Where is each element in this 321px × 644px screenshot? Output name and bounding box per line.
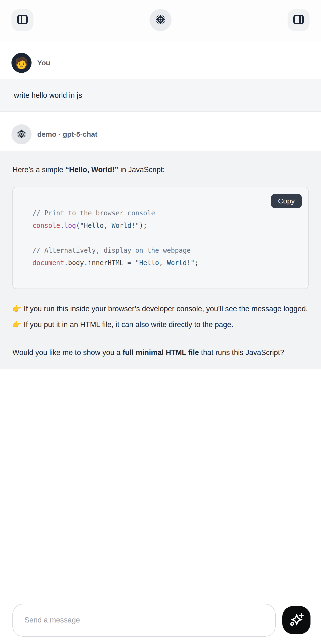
code-content: // Print to the browser console console.… bbox=[13, 187, 308, 288]
assistant-message-header: demo · gpt-5-chat bbox=[0, 112, 321, 151]
user-message-text: write hello world in js bbox=[14, 91, 82, 100]
question-text: Would you like me to show you a bbox=[12, 348, 122, 357]
sparkle-send-icon bbox=[289, 612, 304, 628]
assistant-tips-paragraph: 👉 If you run this inside your browser’s … bbox=[12, 301, 309, 332]
assistant-avatar bbox=[11, 124, 31, 144]
code-token: "Hello, World!" bbox=[135, 259, 194, 266]
assistant-sender-name: demo · gpt-5-chat bbox=[37, 130, 97, 138]
intro-bold-text: “Hello, World!” bbox=[65, 166, 118, 174]
starburst-model-icon bbox=[16, 129, 26, 140]
send-button[interactable] bbox=[282, 606, 311, 634]
right-panel-toggle-button[interactable] bbox=[288, 9, 310, 31]
tip-line-1: 👉 If you run this inside your browser’s … bbox=[12, 304, 308, 313]
user-avatar: 🧑 bbox=[11, 53, 31, 73]
person-emoji-icon: 🧑 bbox=[14, 57, 28, 68]
copy-code-button[interactable]: Copy bbox=[271, 194, 302, 208]
user-message-bubble: write hello world in js bbox=[0, 79, 321, 112]
code-token: . bbox=[60, 222, 64, 229]
code-token: "Hello, World!" bbox=[80, 222, 139, 229]
question-bold-text: full minimal HTML file bbox=[122, 348, 199, 357]
assistant-message-body: Here’s a simple “Hello, World!” in JavaS… bbox=[0, 151, 321, 368]
model-logo-button[interactable] bbox=[150, 9, 171, 31]
user-sender-name: You bbox=[37, 59, 50, 67]
code-token: document bbox=[32, 259, 64, 266]
code-block: Copy // Print to the browser console con… bbox=[12, 187, 309, 289]
composer-bar bbox=[0, 596, 321, 644]
assistant-intro-paragraph: Here’s a simple “Hello, World!” in JavaS… bbox=[12, 162, 309, 178]
message-input[interactable] bbox=[12, 604, 276, 636]
intro-text: Here’s a simple bbox=[12, 166, 65, 174]
tip-line-2: 👉 If you put it in an HTML file, it can … bbox=[12, 320, 233, 329]
question-text-end: that runs this JavaScript? bbox=[199, 348, 284, 357]
code-token: log bbox=[64, 222, 76, 229]
top-bar bbox=[0, 0, 321, 40]
starburst-model-icon bbox=[155, 14, 166, 26]
code-token: ; bbox=[195, 259, 199, 266]
sidebar-left-icon bbox=[17, 14, 28, 26]
code-comment-line: // Print to the browser console bbox=[32, 209, 155, 217]
left-sidebar-toggle-button[interactable] bbox=[11, 9, 33, 31]
code-token: ); bbox=[139, 222, 147, 229]
assistant-question-paragraph: Would you like me to show you a full min… bbox=[12, 345, 309, 360]
intro-text-end: in JavaScript: bbox=[118, 166, 165, 174]
code-token: console bbox=[32, 222, 60, 229]
sidebar-right-icon bbox=[293, 14, 304, 26]
code-token: ( bbox=[76, 222, 80, 229]
user-message-header: 🧑 You bbox=[0, 40, 321, 79]
code-token: .body.innerHTML = bbox=[64, 259, 135, 266]
code-comment-line: // Alternatively, display on the webpage bbox=[32, 246, 191, 254]
